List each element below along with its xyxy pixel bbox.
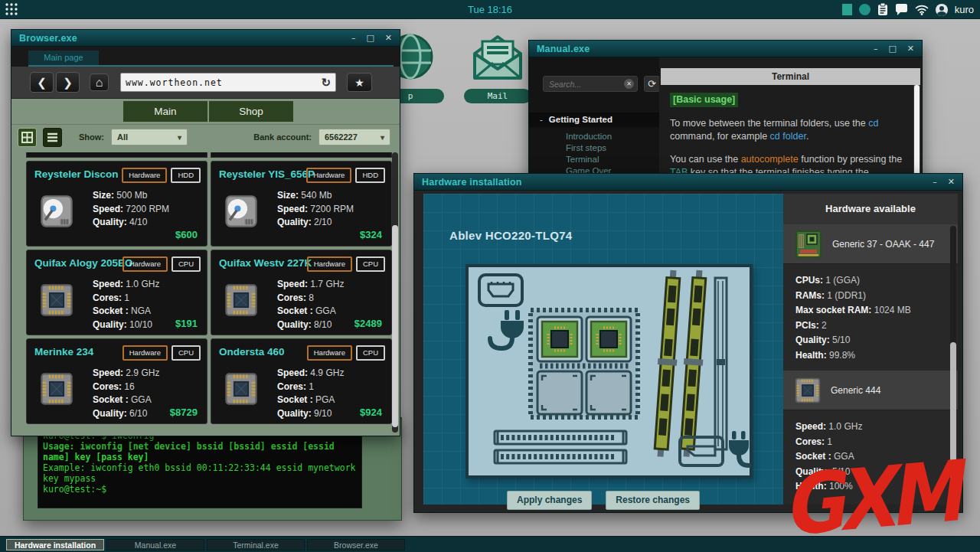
item-name: Reysteler YIS_656P (219, 168, 315, 180)
bookmark-button[interactable]: ★ (347, 73, 372, 92)
bank-account-value: 6562227 (325, 132, 358, 142)
scrollbar-thumb[interactable] (392, 225, 398, 427)
terminal-line: Usage: iwconfig [net device] bssid [bssi… (43, 441, 357, 462)
scrollbar-thumb[interactable] (914, 85, 920, 177)
shop-item-partial (26, 152, 207, 158)
close-icon[interactable]: ✕ (385, 30, 392, 47)
apply-changes-button[interactable]: Apply changes (507, 491, 592, 510)
search-input[interactable] (544, 80, 624, 89)
device-specs: Speed: 1.0 GHz Cores: 1 Socket : GGA Qua… (783, 410, 958, 502)
reload-icon[interactable]: ↻ (316, 76, 335, 90)
bank-account-select[interactable]: 6562227 ▾ (318, 129, 390, 145)
hardware-badge: Hardware (122, 168, 167, 183)
back-icon: ❮ (37, 76, 47, 90)
terminal-line: kuro@test:~$ (43, 484, 357, 495)
system-tray: kuro (842, 0, 974, 19)
clipboard-icon[interactable] (877, 3, 888, 16)
shop-page: Main Shop Show: All ▾ Bank account: 6562… (11, 99, 400, 436)
user-avatar-icon[interactable] (936, 4, 948, 16)
url-input[interactable] (121, 77, 316, 88)
nav-item-introduction[interactable]: Introduction (566, 131, 612, 142)
chevron-down-icon: ▾ (170, 133, 181, 142)
browser-window: Browser.exe – □ ✕ Main page ❮ ❯ ⌂ ↻ ★ Ma… (11, 29, 400, 436)
taskbar-item-browser[interactable]: Browser.exe (307, 539, 405, 550)
home-icon: ⌂ (96, 76, 103, 90)
browser-tab-main-page[interactable]: Main page (28, 51, 99, 65)
shop-item-reysteler-discon[interactable]: Reysteler Discon Hardware HDD Size: 500 … (26, 161, 207, 247)
shop-scrollbar[interactable] (392, 152, 398, 433)
list-view-button[interactable] (43, 128, 62, 147)
type-badge: HDD (355, 168, 385, 183)
taskbar-item-hardware-installation[interactable]: Hardware installation (6, 539, 104, 550)
terminal-screen[interactable]: kuro@test:~$ iwconfig Usage: iwconfig [n… (38, 427, 362, 508)
list-view-icon (47, 132, 58, 142)
window-title: Browser.exe (19, 33, 77, 44)
tray-circle-icon[interactable] (859, 4, 871, 15)
minimize-icon[interactable]: – (351, 30, 356, 47)
cpu-icon (39, 371, 74, 410)
hardware-badge: Hardware (306, 168, 351, 183)
close-icon[interactable]: ✕ (907, 41, 914, 57)
item-name: Quifax Alogy 205EO (34, 257, 133, 269)
page-tab-main[interactable]: Main (123, 101, 207, 122)
forward-button[interactable]: ❯ (56, 72, 80, 93)
device-generic-444[interactable]: Generic 444 (783, 371, 958, 410)
refresh-icon[interactable]: ⟳ (644, 76, 660, 92)
browser-navbar: ❮ ❯ ⌂ ↻ ★ (11, 67, 400, 99)
device-generic-37[interactable]: Generic 37 - OAAK - 447 (783, 224, 958, 264)
cpu-socket-assembly (531, 310, 638, 417)
item-name: Merinke 234 (34, 346, 93, 358)
shop-item-quifax-alogy-205eo[interactable]: Quifax Alogy 205EO Hardware CPU Speed: 1… (26, 250, 207, 335)
manual-titlebar[interactable]: Manual.exe – □ ✕ (529, 41, 922, 57)
item-name: Ondersta 460 (219, 346, 285, 358)
restore-changes-button[interactable]: Restore changes (606, 491, 700, 510)
tray-square-icon[interactable] (842, 4, 852, 15)
scrollbar-thumb[interactable] (950, 342, 956, 503)
url-bar[interactable]: ↻ (120, 73, 336, 92)
page-tab-shop[interactable]: Shop (209, 101, 293, 122)
minimize-icon[interactable]: – (933, 174, 937, 191)
close-icon[interactable]: ✕ (948, 174, 955, 191)
type-badge: HDD (171, 168, 201, 183)
chat-icon[interactable] (895, 4, 908, 15)
browser-tab-row: Main page (11, 47, 400, 67)
grid-view-button[interactable] (18, 128, 37, 147)
nav-item-first-steps[interactable]: First steps (566, 142, 612, 154)
nav-root-getting-started[interactable]: -Getting Started (529, 113, 659, 127)
hdd-icon (39, 194, 74, 232)
shop-item-reysteler-yis656p[interactable]: Reysteler YIS_656P Hardware HDD Size: 54… (211, 161, 392, 247)
maximize-icon[interactable]: □ (366, 30, 374, 47)
device-specs: CPUs: 1 (GGA) RAMs: 1 (DDR1) Max socket … (783, 264, 958, 371)
type-badge: CPU (172, 345, 201, 361)
minimize-icon[interactable]: – (874, 41, 878, 57)
taskbar: Hardware installation Manual.exe Termina… (0, 536, 980, 552)
manual-search[interactable]: ✕ (543, 76, 638, 92)
window-title: Manual.exe (537, 44, 590, 54)
hdd-icon (224, 194, 259, 232)
maximize-icon[interactable]: □ (888, 41, 896, 57)
show-filter-select[interactable]: All ▾ (111, 129, 188, 145)
home-button[interactable]: ⌂ (90, 73, 109, 91)
shop-item-ondersta-460[interactable]: Ondersta 460 Hardware CPU Speed: 4.9 GHz… (211, 338, 392, 424)
shop-item-merinke-234[interactable]: Merinke 234 Hardware CPU Speed: 2.9 GHz … (26, 338, 207, 424)
item-price: $924 (360, 407, 382, 418)
wifi-icon[interactable] (915, 5, 929, 15)
nav-item-terminal[interactable]: Terminal (566, 154, 612, 165)
browser-titlebar[interactable]: Browser.exe – □ ✕ (11, 30, 400, 47)
back-button[interactable]: ❮ (30, 72, 54, 93)
shop-item-quifax-westv-227k[interactable]: Quifax Westv 227K Hardware CPU Speed: 1.… (211, 250, 392, 335)
desktop-icon-mail[interactable]: Mail (464, 34, 531, 103)
section-tag: [Basic usage] (670, 93, 738, 107)
motherboard-diagram[interactable] (466, 264, 753, 479)
forward-icon: ❯ (63, 76, 73, 90)
panel-scrollbar[interactable] (950, 226, 956, 503)
clear-icon[interactable]: ✕ (624, 79, 634, 89)
link-cd[interactable]: cd (868, 118, 878, 129)
taskbar-item-terminal[interactable]: Terminal.exe (207, 539, 305, 550)
taskbar-item-manual[interactable]: Manual.exe (106, 539, 204, 550)
link-cd-folder[interactable]: cd folder (770, 131, 806, 142)
hardware-titlebar[interactable]: Hardware installation – ✕ (414, 174, 962, 191)
mail-icon (469, 34, 527, 81)
cpu-icon (224, 371, 259, 410)
chevron-down-icon: ▾ (373, 133, 384, 142)
